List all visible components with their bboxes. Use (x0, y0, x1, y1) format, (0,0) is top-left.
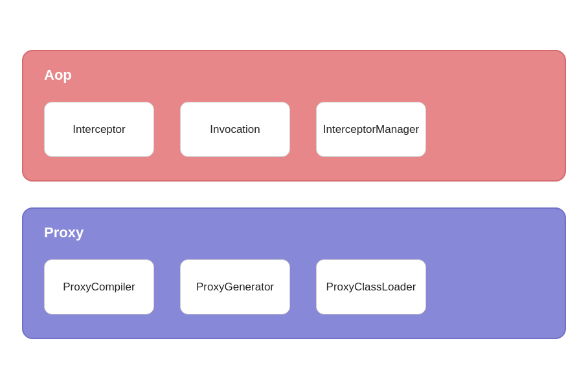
proxy-items-row: ProxyCompiler ProxyGenerator ProxyClassL… (44, 259, 544, 314)
proxy-package-label: Proxy (44, 224, 544, 241)
list-item: InterceptorManager (316, 102, 426, 157)
aop-package-label: Aop (44, 67, 544, 84)
aop-items-row: Interceptor Invocation InterceptorManage… (44, 102, 544, 157)
list-item: ProxyGenerator (180, 259, 290, 314)
list-item: Invocation (180, 102, 290, 157)
class-name-proxycompiler: ProxyCompiler (63, 279, 135, 295)
proxy-package: Proxy ProxyCompiler ProxyGenerator Proxy… (22, 207, 566, 339)
class-name-interceptor: Interceptor (73, 122, 125, 137)
list-item: ProxyCompiler (44, 259, 154, 314)
class-name-proxygenerator: ProxyGenerator (196, 279, 274, 295)
class-name-invocation: Invocation (210, 122, 260, 137)
class-name-proxyclassloader: ProxyClassLoader (326, 279, 416, 295)
class-name-interceptormanager: InterceptorManager (323, 122, 419, 137)
aop-package: Aop Interceptor Invocation InterceptorMa… (22, 50, 566, 182)
list-item: ProxyClassLoader (316, 259, 426, 314)
list-item: Interceptor (44, 102, 154, 157)
